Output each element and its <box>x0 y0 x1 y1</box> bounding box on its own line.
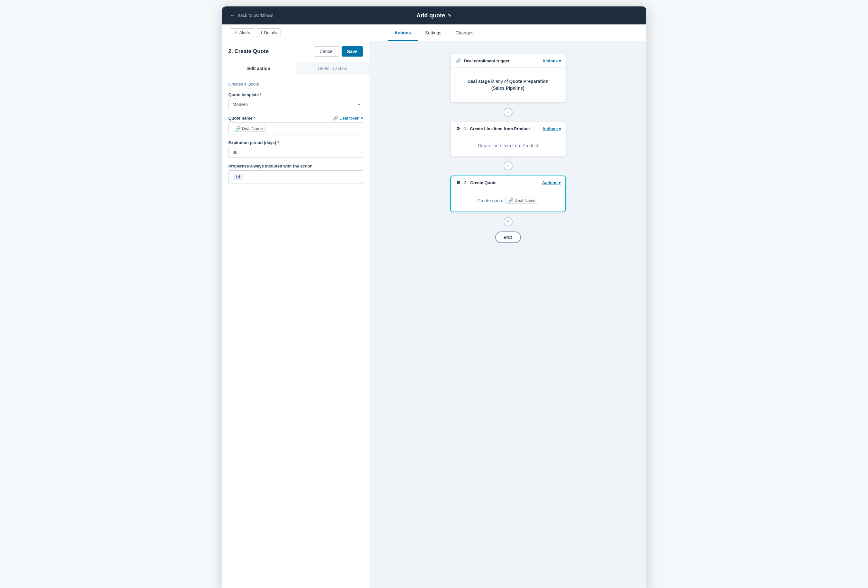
back-label: Back to workflows <box>238 13 273 18</box>
alert-icon: ⚠ <box>234 30 238 35</box>
deal-token-button[interactable]: 🔗 Deal token ▾ <box>333 116 363 121</box>
connector-line-top <box>508 103 508 108</box>
add-action-button-3[interactable]: + <box>503 217 512 226</box>
chevron-down-icon: ▾ <box>558 180 561 185</box>
chevron-icon: ▾ <box>361 116 363 121</box>
token-chip-icon: 🔗 <box>236 126 241 131</box>
deal-name-token: 🔗 Deal Name <box>233 125 266 132</box>
trigger-actions-button[interactable]: Actions ▾ <box>542 59 561 64</box>
action2-description: Create quote 🔗 Deal Name <box>455 195 561 206</box>
page-title: Add quote ✎ <box>416 12 452 19</box>
quote-name-label: Quote name * 🔗 Deal token ▾ <box>229 116 363 121</box>
cancel-button[interactable]: Cancel <box>314 46 339 56</box>
nav-tabs-bar: ⚠ Alerts ℹ Details Actions Settings Chan… <box>222 24 646 41</box>
deal-name-token-canvas: 🔗 Deal Name <box>505 197 538 204</box>
connector-3: + <box>503 212 512 232</box>
token-icon: 🔗 <box>333 116 338 121</box>
tab-settings[interactable]: Settings <box>418 24 449 41</box>
action1-node-header: ⚙ 1. Create Line Item from Product Actio… <box>450 122 565 135</box>
add-action-button-2[interactable]: + <box>503 161 512 170</box>
properties-box: id <box>229 170 363 184</box>
connector-line-top-3 <box>508 212 508 217</box>
trigger-node: 🔗 Deal enrollment trigger Actions ▾ Deal… <box>450 54 566 103</box>
action1-node: ⚙ 1. Create Line Item from Product Actio… <box>450 122 566 156</box>
info-icon: ℹ <box>261 30 263 35</box>
sub-tabs: Edit action Deals in action <box>222 62 369 75</box>
action1-node-title: ⚙ 1. Create Line Item from Product <box>455 126 530 132</box>
chevron-down-icon: ▾ <box>559 59 561 64</box>
tab-actions[interactable]: Actions <box>388 24 418 41</box>
expiration-period-input[interactable] <box>229 147 363 158</box>
properties-group: Properties always included with the acti… <box>229 164 363 184</box>
quote-name-group: Quote name * 🔗 Deal token ▾ 🔗 Deal Name <box>229 116 363 134</box>
action1-node-body: Create Line Item from Product <box>450 135 565 156</box>
workflow-canvas: 🔗 Deal enrollment trigger Actions ▾ Deal… <box>370 41 646 588</box>
add-action-button-1[interactable]: + <box>503 108 512 117</box>
token-chip-icon-canvas: 🔗 <box>508 198 513 203</box>
end-node: END <box>495 232 521 243</box>
top-bar: ← Back to workflows Add quote ✎ <box>222 6 646 24</box>
sub-tab-deals-in-action[interactable]: Deals in action <box>296 62 369 75</box>
workflow-area: 🔗 Deal enrollment trigger Actions ▾ Deal… <box>444 54 572 582</box>
quote-template-select[interactable]: Modern Classic Minimal <box>229 99 363 110</box>
action2-node-title: ⚙ 2. Create Quote <box>455 179 496 186</box>
action2-node-header: ⚙ 2. Create Quote Actions ▾ <box>451 176 565 189</box>
sidebar-content: Creates a Quote Quote template * Modern … <box>222 75 369 588</box>
quote-template-group: Quote template * Modern Classic Minimal … <box>229 92 363 110</box>
alerts-button[interactable]: ⚠ Alerts <box>230 28 254 37</box>
sidebar-title: 2. Create Quote <box>229 48 269 55</box>
connector-2: + <box>503 156 512 176</box>
quote-template-label: Quote template * <box>229 92 363 97</box>
action1-description: Create Line Item from Product <box>455 140 561 151</box>
connector-line-top-2 <box>508 156 508 161</box>
quote-name-input[interactable]: 🔗 Deal Name <box>229 123 363 134</box>
expiration-period-label: Expiration period (days) * <box>229 140 363 145</box>
expiration-period-group: Expiration period (days) * <box>229 140 363 158</box>
save-button[interactable]: Save <box>342 46 363 56</box>
properties-label: Properties always included with the acti… <box>229 164 363 168</box>
trigger-node-header: 🔗 Deal enrollment trigger Actions ▾ <box>450 54 565 68</box>
connector-line-bottom <box>508 117 508 122</box>
details-button[interactable]: ℹ Details <box>257 28 281 37</box>
action2-icon: ⚙ <box>455 179 462 186</box>
sidebar-header: 2. Create Quote Cancel Save <box>222 41 369 62</box>
sidebar-header-actions: Cancel Save <box>314 46 363 56</box>
app-window: ← Back to workflows Add quote ✎ ⚠ Alerts… <box>222 6 646 588</box>
sidebar: 2. Create Quote Cancel Save Edit action … <box>222 41 370 588</box>
action1-actions-button[interactable]: Actions ▾ <box>542 126 561 131</box>
sub-tab-edit-action[interactable]: Edit action <box>222 62 296 75</box>
trigger-node-title: 🔗 Deal enrollment trigger <box>455 58 510 64</box>
connector-line-bottom-3 <box>508 226 508 232</box>
back-to-workflows-button[interactable]: ← Back to workflows <box>230 13 273 18</box>
quote-template-select-wrapper: Modern Classic Minimal ▾ <box>229 99 363 110</box>
edit-title-icon[interactable]: ✎ <box>448 13 452 18</box>
action2-node-body: Create quote 🔗 Deal Name <box>451 189 565 211</box>
trigger-node-body: Deal stage is any of Quote Preparation (… <box>450 68 565 102</box>
trigger-condition-box: Deal stage is any of Quote Preparation (… <box>455 72 561 97</box>
nav-alert-actions: ⚠ Alerts ℹ Details <box>230 28 281 37</box>
trigger-icon: 🔗 <box>455 58 462 64</box>
action1-icon: ⚙ <box>455 126 462 132</box>
main-layout: 2. Create Quote Cancel Save Edit action … <box>222 41 646 588</box>
connector-line-bottom-2 <box>508 170 508 176</box>
action2-node: ⚙ 2. Create Quote Actions ▾ Create quote <box>450 176 566 212</box>
back-arrow-icon: ← <box>230 13 236 18</box>
creates-label: Creates a Quote <box>229 82 363 86</box>
connector-1: + <box>503 103 512 122</box>
tab-changes[interactable]: Changes <box>448 24 480 41</box>
chevron-down-icon: ▾ <box>559 126 561 131</box>
property-tag-id: id <box>233 174 243 180</box>
action2-actions-button[interactable]: Actions ▾ <box>542 180 561 185</box>
